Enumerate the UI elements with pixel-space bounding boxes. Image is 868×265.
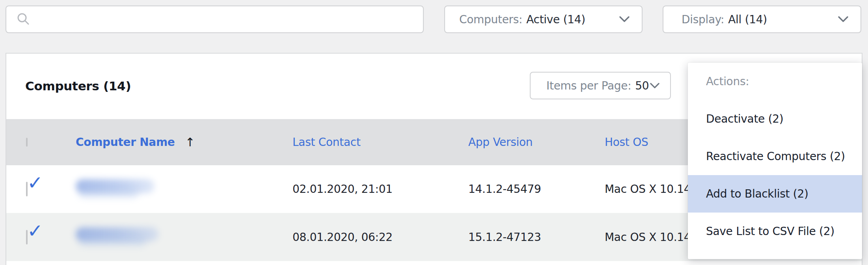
display-filter-text: Display:All (14) [682,13,767,26]
checkmark-icon: ✓ [27,173,43,192]
row-checkbox-cell: ✓ [26,183,76,196]
checkmark-icon: ✓ [27,221,43,240]
menu-item-reactivate-computers[interactable]: Reactivate Computers (2) [688,138,862,175]
computer-name-redacted [76,224,166,248]
computers-filter-value: Active (14) [526,13,585,26]
computers-filter-text: Computers:Active (14) [459,13,585,26]
menu-item-save-list-to-csv[interactable]: Save List to CSV File (2) [688,213,862,250]
blurred-name-blob [79,189,138,198]
display-filter-dropdown[interactable]: Display:All (14) [663,6,861,33]
menu-item-add-to-blacklist[interactable]: Add to Blacklist (2) [688,175,862,213]
display-filter-value: All (14) [728,13,767,26]
column-header-app-version[interactable]: App Version [468,136,605,149]
chevron-down-icon [619,16,630,23]
app-version-cell: 14.1.2-45479 [468,183,605,196]
sort-ascending-icon: ↑ [185,135,195,149]
column-header-computer-name[interactable]: Computer Name ↑ [76,135,292,149]
computer-name-cell[interactable] [76,176,292,202]
display-filter-label: Display: [682,13,724,26]
items-per-page-dropdown[interactable]: Items per Page:50 [530,72,671,99]
computer-name-redacted [76,176,166,200]
checkbox-checked[interactable]: ✓ [26,230,28,244]
checkbox-unchecked[interactable] [26,138,28,147]
computers-filter-dropdown[interactable]: Computers:Active (14) [444,6,643,33]
search-box[interactable] [6,6,424,33]
page-title: Computers (14) [25,79,131,93]
column-header-last-contact[interactable]: Last Contact [292,136,468,149]
actions-menu: Actions: Deactivate (2) Reactivate Compu… [688,63,862,259]
search-icon [17,12,31,26]
menu-item-deactivate[interactable]: Deactivate (2) [688,100,862,138]
last-contact-cell: 08.01.2020, 06:22 [292,231,468,244]
row-checkbox-cell: ✓ [26,231,76,244]
select-all-checkbox[interactable] [26,138,76,146]
chevron-down-icon [838,16,849,23]
app-version-cell: 15.1.2-47123 [468,231,605,244]
blurred-name-blob [79,237,146,246]
computer-name-cell[interactable] [76,224,292,250]
computers-filter-label: Computers: [459,13,522,26]
chevron-down-icon [650,82,660,89]
items-per-page-label: Items per Page: [546,79,631,92]
actions-menu-header: Actions: [688,63,862,100]
checkbox-checked[interactable]: ✓ [26,182,28,196]
search-input[interactable] [31,6,423,32]
last-contact-cell: 02.01.2020, 21:01 [292,183,468,196]
items-per-page-value: 50 [635,79,649,92]
items-per-page-text: Items per Page:50 [546,79,649,92]
column-header-label: Computer Name [76,136,175,149]
